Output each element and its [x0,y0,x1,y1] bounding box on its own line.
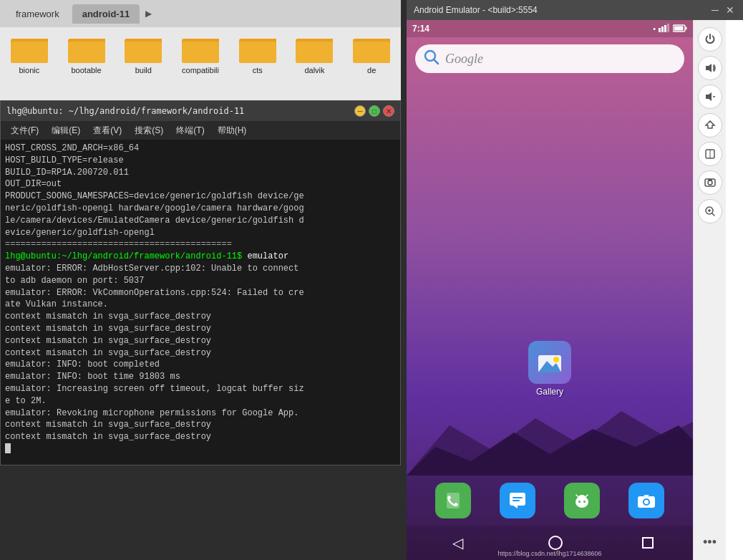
folder-label-compatibili: compatibili [182,66,219,74]
folder-bionic[interactable]: bionic [7,33,52,74]
svg-marker-42 [706,92,712,101]
terminal-body[interactable]: HOST_CROSS_2ND_ARCH=x86_64 HOST_BUILD_TY… [1,140,400,465]
svg-rect-17 [667,24,669,32]
folder-label-bootable: bootable [71,66,101,74]
folder-icon-bionic [11,33,48,64]
emulator-close-button[interactable]: ✕ [724,4,736,16]
terminal-line-17: context mismatch in svga_surface_destroy [5,347,396,359]
dock-phone-icon[interactable] [435,483,471,518]
terminal-line-15: context mismatch in svga_surface_destroy [5,323,396,335]
dock [407,475,693,526]
status-time: 7:14 [412,24,429,34]
terminal-line-8: evice/generic/goldfish-opengl [5,227,396,239]
folder-icon-cts [239,33,276,64]
desktop-area: Gallery [407,79,693,475]
back-button[interactable]: ◁ [447,528,469,557]
recents-button[interactable] [642,537,654,549]
android-screen[interactable]: 7:14 • [407,20,693,560]
menu-help[interactable]: 帮助(H) [212,123,253,138]
folder-cts[interactable]: cts [235,33,280,74]
menu-view[interactable]: 查看(V) [87,123,127,138]
emulator-window: Android Emulator - <build>:5554 ─ ✕ 7:14… [407,0,743,560]
dock-android-icon[interactable] [564,483,600,518]
terminal-line-22: emulator: Revoking microphone permission… [5,407,396,420]
file-manager: framework android-11 ▶ bionic bootable b… [0,0,401,104]
home-button[interactable] [548,536,563,550]
svg-rect-19 [686,26,687,29]
terminal-title: lhg@ubuntu: ~/lhg/android/framework/andr… [6,106,244,116]
svg-rect-7 [182,42,219,63]
emulator-win-controls: ─ ✕ [710,4,736,16]
emulator-minimize-button[interactable]: ─ [710,4,720,16]
svg-rect-49 [708,179,712,180]
svg-rect-9 [239,42,276,63]
close-button[interactable]: ✕ [383,105,394,117]
emulator-title-text: Android Emulator - <build>:5554 [414,5,538,15]
terminal-line-23: context mismatch in svga_surface_destroy [5,419,396,431]
minimize-button[interactable]: ─ [354,105,366,117]
search-bar[interactable]: Google [415,44,684,73]
svg-rect-30 [513,497,523,498]
search-bar-container: Google [407,37,693,79]
tab-android-11[interactable]: android-11 [72,4,140,24]
tab-bar: framework android-11 ▶ [0,0,401,27]
terminal-line-10: emulator: ERROR: AdbHostServer.cpp:102: … [5,263,396,275]
terminal-line-3: BUILD_ID=RP1A.200720.011 [5,167,396,179]
svg-rect-31 [513,500,520,501]
emulator-title-bar: Android Emulator - <build>:5554 ─ ✕ [407,0,743,20]
folder-icon-compatibili [182,33,219,64]
folder-icon-dalvik [296,33,333,64]
terminal-line-16: context mismatch in svga_surface_destroy [5,335,396,347]
svg-rect-11 [296,42,333,63]
folder-build[interactable]: build [121,33,165,74]
svg-point-48 [708,180,712,185]
terminal-window: lhg@ubuntu: ~/lhg/android/framework/andr… [0,100,401,465]
gallery-icon-box [528,341,571,384]
folder-label-cts: cts [253,66,263,74]
fold-button[interactable] [698,142,722,166]
status-bar: 7:14 • [407,20,693,37]
terminal-line-1: HOST_CROSS_2ND_ARCH=x86_64 [5,143,396,155]
folder-de[interactable]: de [349,33,394,74]
terminal-line-20: emulator: Increasing screen off timeout,… [5,383,396,395]
power-button[interactable] [698,27,722,52]
status-icons: • [653,24,687,34]
svg-rect-35 [578,495,586,499]
more-button[interactable]: ••• [698,530,722,554]
screenshot-button[interactable] [698,170,722,195]
svg-rect-15 [661,26,664,32]
svg-point-40 [644,500,649,504]
zoom-button[interactable] [698,199,722,223]
mountains-decoration [407,404,693,475]
folder-label-build: build [135,66,152,74]
menu-search[interactable]: 搜索(S) [129,123,169,138]
wifi-icon: • [653,24,656,33]
terminal-prompt-line: lhg@ubuntu:~/lhg/android/framework/andro… [5,251,396,263]
terminal-controls: ─ □ ✕ [354,105,394,117]
menu-edit[interactable]: 编辑(E) [46,123,86,138]
menu-terminal[interactable]: 终端(T) [170,123,210,138]
volume-up-button[interactable] [698,56,722,80]
folder-compatibili[interactable]: compatibili [178,33,223,74]
svg-line-37 [586,495,588,497]
maximize-button[interactable]: □ [369,105,380,117]
gallery-icon-container[interactable]: Gallery [528,341,571,397]
folder-dalvik[interactable]: dalvik [293,33,337,74]
terminal-line-2: HOST_BUILD_TYPE=release [5,155,396,167]
dock-camera-icon[interactable] [628,483,664,518]
rotate-button[interactable] [698,113,722,137]
terminal-line-24: context mismatch in svga_surface_destroy [5,431,396,443]
dock-messages-icon[interactable] [500,483,535,518]
svg-rect-5 [125,42,162,63]
folder-bootable[interactable]: bootable [64,33,109,74]
folder-icon-de [353,33,390,64]
terminal-line-4: OUT_DIR=out [5,178,396,190]
menu-file[interactable]: 文件(F) [5,123,44,138]
url-bar: https://blog.csdn.net/lhg1714638606 [497,550,601,557]
svg-line-36 [576,495,578,497]
tab-framework[interactable]: framework [6,4,69,24]
volume-down-button[interactable] [698,85,722,109]
svg-rect-28 [510,493,525,506]
folder-icon-bootable [68,33,105,64]
svg-rect-3 [68,42,105,63]
